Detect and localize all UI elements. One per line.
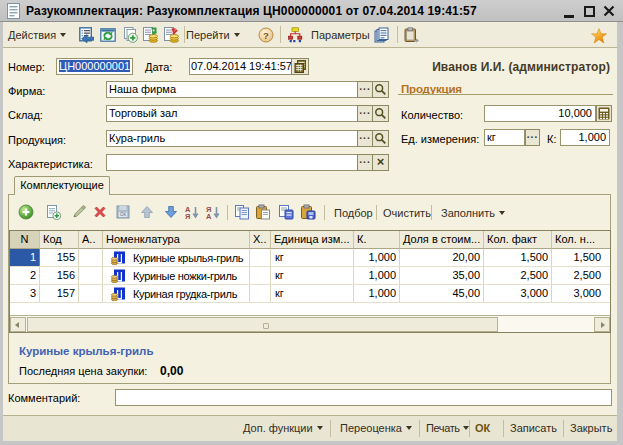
- svg-text:?: ?: [263, 30, 269, 41]
- svg-text:А: А: [206, 212, 212, 220]
- svg-text:ОК: ОК: [120, 212, 127, 217]
- svg-text:Я: Я: [185, 212, 190, 220]
